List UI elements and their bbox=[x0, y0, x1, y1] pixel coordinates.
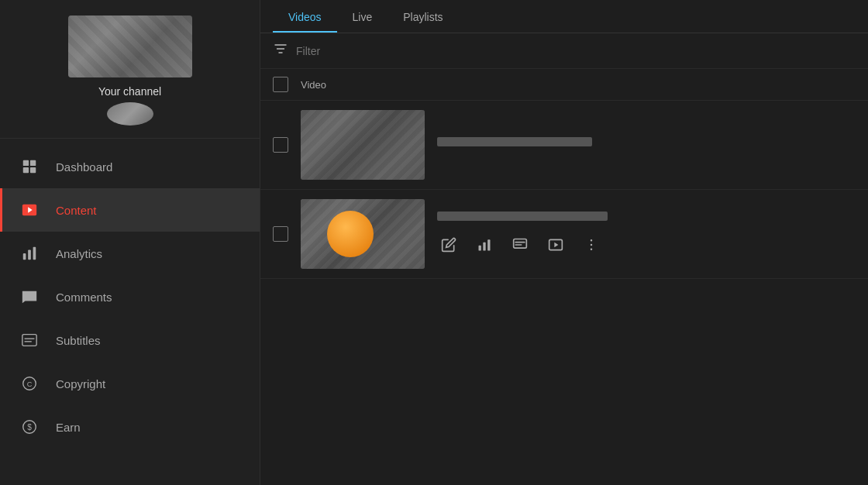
sidebar-item-comments[interactable]: Comments bbox=[0, 275, 260, 318]
earn-icon: $ bbox=[19, 416, 40, 438]
svg-rect-1 bbox=[30, 160, 36, 166]
video-actions bbox=[437, 233, 856, 256]
svg-rect-0 bbox=[23, 160, 29, 166]
sidebar-item-label-analytics: Analytics bbox=[56, 247, 102, 260]
sidebar-item-analytics[interactable]: Analytics bbox=[0, 232, 260, 275]
channel-avatar bbox=[68, 15, 192, 77]
tab-playlists[interactable]: Playlists bbox=[388, 0, 458, 33]
play-button[interactable] bbox=[544, 233, 567, 256]
channel-section: Your channel bbox=[0, 0, 260, 139]
sidebar-item-dashboard[interactable]: Dashboard bbox=[0, 145, 260, 188]
filter-input[interactable] bbox=[296, 45, 856, 57]
sidebar-item-earn[interactable]: $ Earn bbox=[0, 405, 260, 449]
analytics-button[interactable] bbox=[473, 233, 496, 256]
video-list-header: Video bbox=[260, 69, 868, 101]
channel-icon-small bbox=[107, 102, 153, 126]
sidebar-item-label-content: Content bbox=[56, 204, 97, 217]
table-row bbox=[260, 101, 868, 190]
svg-rect-22 bbox=[514, 239, 527, 249]
sidebar-item-label-copyright: Copyright bbox=[56, 377, 105, 390]
tabs-bar: Videos Live Playlists bbox=[260, 0, 868, 33]
copyright-icon: C bbox=[19, 373, 40, 394]
analytics-icon bbox=[19, 242, 40, 264]
comments-button[interactable] bbox=[508, 233, 532, 256]
svg-rect-6 bbox=[23, 253, 26, 260]
svg-point-29 bbox=[591, 249, 593, 251]
tab-videos[interactable]: Videos bbox=[273, 0, 337, 33]
channel-name: Your channel bbox=[98, 85, 161, 98]
video-info-2 bbox=[437, 212, 856, 256]
svg-rect-8 bbox=[33, 247, 36, 260]
main-content: Videos Live Playlists Video bbox=[260, 0, 868, 485]
col-header-video: Video bbox=[301, 79, 326, 91]
sidebar-item-content[interactable]: Content bbox=[0, 188, 260, 232]
filter-bar bbox=[260, 33, 868, 69]
sidebar-item-subtitles[interactable]: Subtitles bbox=[0, 318, 260, 362]
video-title-2 bbox=[437, 212, 608, 221]
svg-rect-7 bbox=[28, 249, 31, 260]
video-info-1 bbox=[437, 137, 856, 153]
sidebar-item-label-earn: Earn bbox=[56, 421, 81, 434]
tab-live[interactable]: Live bbox=[337, 0, 388, 33]
svg-text:C: C bbox=[27, 380, 33, 388]
video-thumbnail-2 bbox=[301, 199, 425, 269]
svg-rect-20 bbox=[483, 242, 485, 251]
subtitles-icon bbox=[19, 329, 40, 351]
sidebar-item-label-dashboard: Dashboard bbox=[56, 160, 112, 174]
video-rows bbox=[260, 101, 868, 485]
svg-point-27 bbox=[591, 239, 593, 242]
comments-icon bbox=[19, 286, 40, 308]
sidebar-item-label-subtitles: Subtitles bbox=[56, 334, 101, 347]
sidebar-item-copyright[interactable]: C Copyright bbox=[0, 362, 260, 405]
video-title-1 bbox=[437, 137, 592, 146]
svg-rect-3 bbox=[30, 167, 36, 173]
sidebar-nav: Dashboard Content Analytics bbox=[0, 139, 260, 485]
row1-checkbox[interactable] bbox=[273, 137, 288, 153]
svg-point-28 bbox=[591, 244, 593, 246]
orange-circle bbox=[327, 211, 374, 257]
filter-icon[interactable] bbox=[273, 41, 288, 60]
more-button[interactable] bbox=[580, 233, 603, 256]
svg-text:$: $ bbox=[27, 423, 32, 432]
sidebar-item-label-comments: Comments bbox=[56, 291, 112, 304]
svg-marker-26 bbox=[554, 242, 558, 248]
svg-rect-21 bbox=[487, 239, 490, 250]
content-icon bbox=[19, 199, 40, 221]
svg-rect-2 bbox=[23, 167, 29, 173]
svg-rect-9 bbox=[22, 335, 36, 346]
dashboard-icon bbox=[19, 156, 40, 177]
header-checkbox[interactable] bbox=[273, 77, 288, 92]
edit-button[interactable] bbox=[437, 233, 460, 256]
video-thumbnail-1 bbox=[301, 110, 425, 180]
sidebar: Your channel Dashboard bbox=[0, 0, 260, 485]
table-row bbox=[260, 190, 868, 279]
svg-rect-19 bbox=[479, 246, 481, 251]
row2-checkbox[interactable] bbox=[273, 226, 288, 242]
